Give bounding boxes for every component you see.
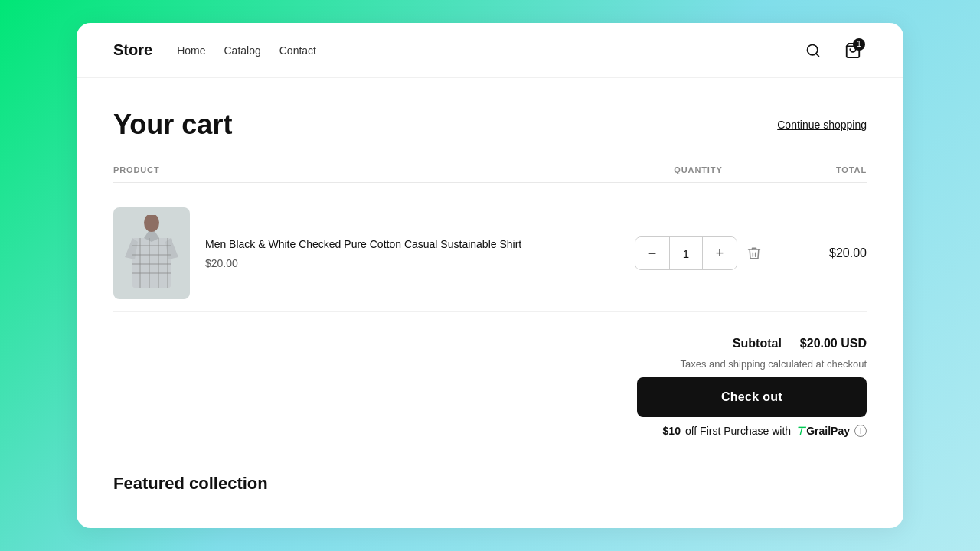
site-header: Store Home Catalog Contact 1 bbox=[77, 23, 903, 78]
quantity-controls: − 1 + bbox=[622, 236, 775, 270]
search-icon bbox=[805, 43, 821, 58]
product-info: Men Black & White Checked Pure Cotton Ca… bbox=[113, 207, 622, 299]
subtotal-amount: $20.00 USD bbox=[800, 337, 867, 350]
col-total-label: TOTAL bbox=[775, 165, 867, 174]
checkout-button[interactable]: Check out bbox=[637, 377, 867, 417]
grailpay-logo: ⊤ GrailPay bbox=[795, 425, 850, 437]
trash-icon bbox=[746, 246, 762, 261]
table-row: Men Black & White Checked Pure Cotton Ca… bbox=[113, 195, 867, 312]
table-header: PRODUCT QUANTITY TOTAL bbox=[113, 165, 867, 183]
grailpay-row: $10 off First Purchase with ⊤ GrailPay i bbox=[663, 425, 867, 437]
featured-collection-label: Featured collection bbox=[113, 461, 867, 494]
nav-links: Home Catalog Contact bbox=[177, 44, 316, 57]
main-content: Your cart Continue shopping PRODUCT QUAN… bbox=[77, 78, 903, 524]
col-quantity-label: QUANTITY bbox=[622, 165, 775, 174]
grailpay-suffix: off First Purchase with bbox=[685, 425, 791, 437]
quantity-decrease-button[interactable]: − bbox=[635, 236, 669, 270]
cart-button[interactable]: 1 bbox=[839, 37, 867, 64]
subtotal-section: Subtotal $20.00 USD Taxes and shipping c… bbox=[113, 337, 867, 437]
grailpay-info-icon[interactable]: i bbox=[854, 425, 867, 437]
quantity-increase-button[interactable]: + bbox=[703, 236, 737, 270]
cart-header-row: Your cart Continue shopping bbox=[113, 109, 867, 141]
header-right: 1 bbox=[799, 37, 867, 64]
cart-title: Your cart bbox=[113, 109, 232, 141]
product-image-svg bbox=[121, 215, 182, 292]
subtotal-label: Subtotal bbox=[733, 337, 782, 350]
nav-home[interactable]: Home bbox=[177, 44, 205, 57]
quantity-value: 1 bbox=[669, 236, 703, 270]
svg-line-1 bbox=[816, 53, 819, 56]
remove-item-button[interactable] bbox=[746, 246, 762, 261]
tax-note: Taxes and shipping calculated at checkou… bbox=[680, 358, 867, 370]
store-logo: Store bbox=[113, 41, 152, 59]
col-product-label: PRODUCT bbox=[113, 165, 622, 174]
cart-badge: 1 bbox=[853, 38, 865, 51]
svg-point-15 bbox=[144, 215, 159, 232]
search-button[interactable] bbox=[799, 37, 827, 64]
header-left: Store Home Catalog Contact bbox=[113, 41, 316, 59]
quantity-stepper: − 1 + bbox=[635, 236, 737, 270]
product-price: $20.00 bbox=[205, 257, 521, 269]
product-image bbox=[113, 207, 190, 299]
product-details: Men Black & White Checked Pure Cotton Ca… bbox=[205, 237, 521, 269]
product-name: Men Black & White Checked Pure Cotton Ca… bbox=[205, 237, 521, 253]
product-total: $20.00 bbox=[775, 246, 867, 260]
nav-catalog[interactable]: Catalog bbox=[224, 44, 260, 57]
continue-shopping-link[interactable]: Continue shopping bbox=[777, 119, 867, 131]
nav-contact[interactable]: Contact bbox=[279, 44, 316, 57]
grailpay-discount: $10 bbox=[663, 425, 681, 437]
subtotal-row: Subtotal $20.00 USD bbox=[733, 337, 867, 350]
